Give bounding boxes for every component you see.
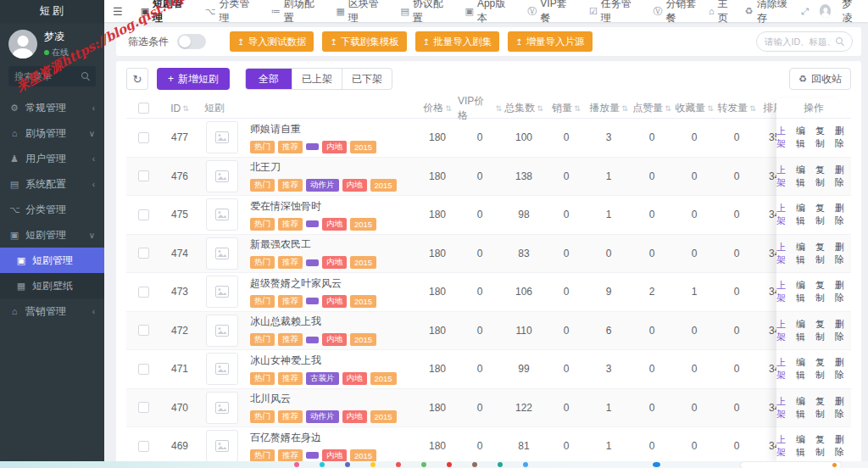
- publish-link[interactable]: 上架: [776, 164, 793, 189]
- copy-link[interactable]: 复制: [815, 318, 832, 343]
- edit-link[interactable]: 编辑: [796, 356, 812, 382]
- edit-link[interactable]: 编辑: [796, 125, 812, 150]
- edit-link[interactable]: 编辑: [796, 318, 812, 343]
- delete-link[interactable]: 删除: [835, 356, 851, 382]
- row-checkbox[interactable]: [138, 132, 149, 143]
- sort-icon[interactable]: ⇅: [574, 104, 581, 113]
- delete-link[interactable]: 删除: [835, 279, 851, 304]
- import-button[interactable]: ↥批量导入剧集: [415, 31, 499, 52]
- delete-link[interactable]: 删除: [835, 164, 851, 189]
- menu-toggle-icon[interactable]: ☰: [104, 5, 131, 18]
- tab-已上架[interactable]: 已上架: [292, 69, 342, 89]
- delete-link[interactable]: 删除: [835, 433, 851, 459]
- sidebar-item[interactable]: ⌥分类管理: [0, 197, 104, 222]
- sort-icon[interactable]: ⇅: [707, 104, 714, 113]
- import-button[interactable]: ↥下载剧集模板: [322, 31, 406, 52]
- topnav-item[interactable]: ▣短剧管理: [131, 0, 196, 22]
- menu-search-input[interactable]: [14, 71, 81, 81]
- row-checkbox[interactable]: [138, 209, 149, 220]
- edit-link[interactable]: 编辑: [796, 241, 812, 266]
- table-search[interactable]: [756, 31, 853, 52]
- sidebar-item[interactable]: ▦短剧壁纸: [0, 273, 104, 298]
- row-checkbox[interactable]: [138, 441, 149, 452]
- publish-link[interactable]: 上架: [776, 241, 793, 266]
- sort-icon[interactable]: ⇅: [665, 104, 671, 113]
- recycle-bin-button[interactable]: ♻ 回收站: [789, 68, 851, 90]
- copy-link[interactable]: 复制: [815, 241, 832, 266]
- topnav-item[interactable]: ▣App版本: [456, 0, 519, 22]
- copy-link[interactable]: 复制: [815, 356, 832, 382]
- copy-link[interactable]: 复制: [815, 395, 832, 421]
- fullscreen-button[interactable]: ⤢: [801, 6, 809, 17]
- edit-link[interactable]: 编辑: [796, 395, 812, 421]
- row-checkbox[interactable]: [138, 170, 149, 181]
- copy-link[interactable]: 复制: [815, 202, 832, 227]
- sort-icon[interactable]: ⇅: [182, 104, 189, 113]
- sort-icon[interactable]: ⇅: [495, 104, 502, 113]
- sort-icon[interactable]: ⇅: [749, 104, 756, 113]
- publish-link[interactable]: 上架: [776, 125, 793, 150]
- table-search-input[interactable]: [765, 36, 832, 47]
- sidebar-item[interactable]: ▤系统配置‹: [0, 171, 104, 197]
- sort-icon[interactable]: ⇅: [537, 104, 543, 113]
- search-icon[interactable]: [836, 37, 844, 46]
- clear-cache-button[interactable]: ♻ 清除缓存: [745, 0, 790, 25]
- row-checkbox[interactable]: [138, 325, 149, 336]
- topnav-item[interactable]: Ⓥ分销套餐: [644, 0, 709, 22]
- broken-image-icon: [215, 363, 229, 375]
- user-avatar-small[interactable]: [820, 4, 832, 18]
- publish-link[interactable]: 上架: [776, 356, 793, 382]
- tab-全部[interactable]: 全部: [246, 69, 292, 89]
- sidebar-item[interactable]: ▣短剧管理: [0, 248, 104, 273]
- import-button[interactable]: ↥增量导入片源: [508, 31, 592, 52]
- sort-icon[interactable]: ⇅: [621, 104, 628, 113]
- topnav-item[interactable]: ⌥分类管理: [196, 0, 262, 22]
- import-button[interactable]: ↥导入测试数据: [230, 31, 314, 52]
- publish-link[interactable]: 上架: [776, 318, 793, 343]
- sidebar-item[interactable]: ⚙常规管理‹: [0, 95, 104, 120]
- delete-link[interactable]: 删除: [835, 395, 851, 421]
- delete-link[interactable]: 删除: [835, 241, 851, 266]
- topnav-item[interactable]: ⓋVIP套餐: [518, 0, 580, 22]
- topnav-label: App版本: [477, 0, 509, 25]
- delete-link[interactable]: 删除: [835, 125, 851, 150]
- sidebar-item[interactable]: ♟用户管理‹: [0, 146, 104, 171]
- row-checkbox[interactable]: [138, 402, 149, 413]
- edit-link[interactable]: 编辑: [796, 202, 812, 227]
- edit-link[interactable]: 编辑: [796, 164, 812, 189]
- topnav-item[interactable]: ▦区块管理: [326, 0, 391, 22]
- row-checkbox[interactable]: [138, 287, 149, 298]
- copy-link[interactable]: 复制: [815, 279, 832, 304]
- publish-link[interactable]: 上架: [776, 433, 793, 459]
- row-checkbox[interactable]: [138, 248, 149, 259]
- delete-link[interactable]: 删除: [835, 318, 851, 343]
- topnav-item[interactable]: ▤协议配置: [391, 0, 455, 22]
- copy-link[interactable]: 复制: [815, 164, 832, 189]
- publish-link[interactable]: 上架: [776, 202, 793, 227]
- search-icon[interactable]: [81, 72, 90, 81]
- menu-search[interactable]: [8, 66, 96, 86]
- filter-toggle[interactable]: [177, 34, 206, 49]
- publish-link[interactable]: 上架: [776, 395, 793, 421]
- sort-icon[interactable]: ⇅: [445, 104, 452, 113]
- user-menu[interactable]: 梦凌: [842, 0, 860, 25]
- select-all-checkbox[interactable]: [138, 103, 149, 114]
- copy-link[interactable]: 复制: [815, 125, 832, 150]
- tab-已下架[interactable]: 已下架: [342, 69, 392, 89]
- add-drama-button[interactable]: + 新增短剧: [157, 68, 230, 90]
- cell-favorites: 0: [673, 209, 715, 220]
- copy-link[interactable]: 复制: [815, 433, 832, 459]
- edit-link[interactable]: 编辑: [796, 279, 812, 304]
- sidebar-item[interactable]: ⌂剧场管理∨: [0, 120, 104, 146]
- delete-link[interactable]: 删除: [835, 202, 851, 227]
- home-link[interactable]: ⌂ 主页: [709, 0, 734, 25]
- sidebar-item[interactable]: ⌂营销管理‹: [0, 298, 104, 324]
- row-checkbox[interactable]: [138, 364, 149, 375]
- publish-link[interactable]: 上架: [776, 279, 793, 304]
- edit-link[interactable]: 编辑: [796, 433, 812, 459]
- refresh-button[interactable]: ↻: [126, 68, 148, 90]
- sidebar-item[interactable]: ▣短剧管理∨: [0, 222, 104, 248]
- avatar[interactable]: [8, 30, 37, 58]
- topnav-item[interactable]: ☑任务管理: [580, 0, 644, 22]
- topnav-item[interactable]: ≔剧场配置: [262, 0, 327, 22]
